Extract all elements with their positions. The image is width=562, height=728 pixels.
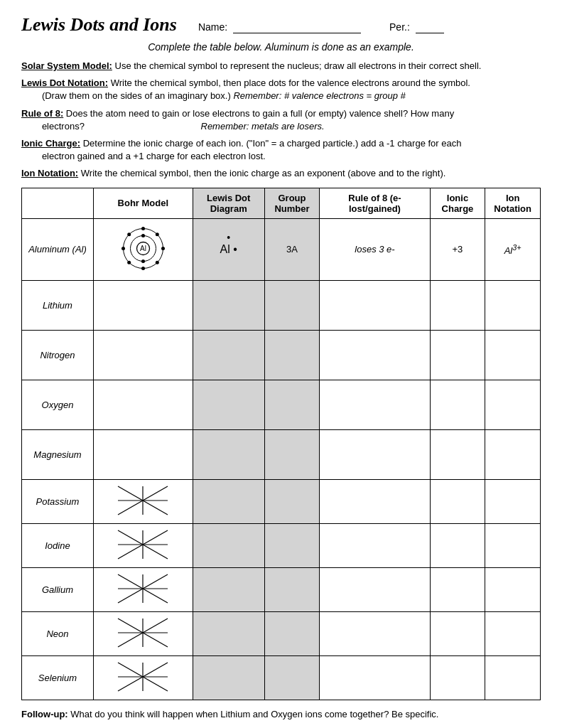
col-group: Group Number	[264, 188, 320, 218]
rule8-potassium	[320, 479, 430, 523]
col-element	[22, 188, 94, 218]
x-pattern-svg	[114, 615, 171, 651]
element-iodine: Iodine	[22, 523, 94, 567]
bohr-neon	[93, 611, 193, 655]
lewis-aluminum: • Al • •	[193, 218, 264, 280]
lewis-lithium	[193, 280, 264, 330]
lewis-potassium	[193, 479, 264, 523]
group-oxygen	[264, 380, 320, 429]
svg-point-8	[121, 247, 125, 250]
element-nitrogen: Nitrogen	[22, 330, 94, 380]
group-neon	[264, 611, 320, 655]
instruction-ionic: Ionic Charge: Determine the ionic charge…	[21, 137, 541, 163]
group-iodine	[264, 523, 320, 567]
ionic-potassium	[430, 479, 485, 523]
x-pattern-svg	[114, 571, 171, 606]
svg-point-13	[156, 260, 159, 264]
svg-point-11	[156, 232, 159, 236]
rule8-magnesium	[320, 429, 430, 479]
group-selenium	[264, 655, 320, 700]
table-row: Selenium	[22, 655, 541, 700]
rule8-iodine	[320, 523, 430, 567]
element-gallium: Gallium	[22, 567, 94, 611]
per-label: Per.:	[389, 21, 444, 33]
lewis-oxygen	[193, 380, 264, 429]
follow-up: Follow-up: What do you think will happen…	[21, 709, 541, 719]
rule8-selenium	[320, 655, 430, 700]
page-title: Lewis Dots and Ions	[21, 14, 177, 36]
svg-text:Al: Al	[140, 245, 146, 252]
ionic-neon	[430, 611, 485, 655]
bohr-iodine	[93, 523, 193, 567]
lewis-nitrogen	[193, 330, 264, 380]
name-label: Name:	[198, 21, 361, 33]
x-pattern-svg	[114, 659, 171, 695]
ionic-nitrogen	[430, 330, 485, 380]
group-aluminum: 3A	[264, 218, 320, 280]
main-table: Bohr Model Lewis Dot Diagram Group Numbe…	[21, 188, 541, 700]
bohr-nitrogen	[93, 330, 193, 380]
ionic-selenium	[430, 655, 485, 700]
element-magnesium: Magnesium	[22, 429, 94, 479]
instruction-lewis: Lewis Dot Notation: Write the chemical s…	[21, 77, 541, 102]
rule8-gallium	[320, 567, 430, 611]
group-lithium	[264, 280, 320, 330]
ionic-aluminum: +3	[430, 218, 485, 280]
x-pattern-svg	[114, 483, 171, 518]
table-row: Iodine	[22, 523, 541, 567]
col-ion-notation: Ion Notation	[485, 188, 541, 218]
table-row: Aluminum (Al) Al • Al •	[22, 218, 541, 280]
bohr-oxygen	[93, 380, 193, 429]
table-header: Bohr Model Lewis Dot Diagram Group Numbe…	[22, 188, 541, 218]
group-magnesium	[264, 429, 320, 479]
table-row: Magnesium	[22, 429, 541, 479]
group-gallium	[264, 567, 320, 611]
col-ionic: Ionic Charge	[430, 188, 485, 218]
rule8-neon	[320, 611, 430, 655]
rule8-lithium	[320, 280, 430, 330]
ion-notation-potassium	[485, 479, 541, 523]
lewis-gallium	[193, 567, 264, 611]
group-potassium	[264, 479, 320, 523]
svg-point-4	[141, 259, 145, 263]
element-lithium: Lithium	[22, 280, 94, 330]
rule8-aluminum: loses 3 e-	[320, 218, 430, 280]
ion-notation-iodine	[485, 523, 541, 567]
col-bohr: Bohr Model	[93, 188, 193, 218]
ion-notation-nitrogen	[485, 330, 541, 380]
ion-notation-aluminum: Al3+	[485, 218, 541, 280]
instruction-ion-notation: Ion Notation: Write the chemical symbol,…	[21, 167, 541, 180]
ion-notation-neon	[485, 611, 541, 655]
x-pattern-svg	[114, 527, 171, 562]
svg-point-12	[127, 260, 131, 264]
svg-point-10	[127, 232, 131, 236]
ionic-magnesium	[430, 429, 485, 479]
ionic-gallium	[430, 567, 485, 611]
svg-point-3	[141, 234, 145, 237]
table-row: Potassium	[22, 479, 541, 523]
col-lewis: Lewis Dot Diagram	[193, 188, 264, 218]
bohr-gallium	[93, 567, 193, 611]
ionic-iodine	[430, 523, 485, 567]
instruction-solar: Solar System Model: Use the chemical sym…	[21, 60, 541, 73]
svg-point-9	[161, 247, 165, 250]
bohr-selenium	[93, 655, 193, 700]
ion-notation-selenium	[485, 655, 541, 700]
bohr-magnesium	[93, 429, 193, 479]
col-rule8: Rule of 8 (e- lost/gained)	[320, 188, 430, 218]
rule8-nitrogen	[320, 330, 430, 380]
bohr-lithium	[93, 280, 193, 330]
group-nitrogen	[264, 330, 320, 380]
svg-point-6	[141, 227, 145, 230]
element-aluminum: Aluminum (Al)	[22, 218, 94, 280]
element-oxygen: Oxygen	[22, 380, 94, 429]
element-potassium: Potassium	[22, 479, 94, 523]
name-line[interactable]	[233, 21, 361, 33]
svg-point-7	[141, 267, 145, 270]
per-line[interactable]	[416, 21, 444, 33]
bohr-potassium	[93, 479, 193, 523]
lewis-selenium	[193, 655, 264, 700]
instruction-rule8: Rule of 8: Does the atom need to gain or…	[21, 107, 541, 133]
table-row: Gallium	[22, 567, 541, 611]
lewis-neon	[193, 611, 264, 655]
